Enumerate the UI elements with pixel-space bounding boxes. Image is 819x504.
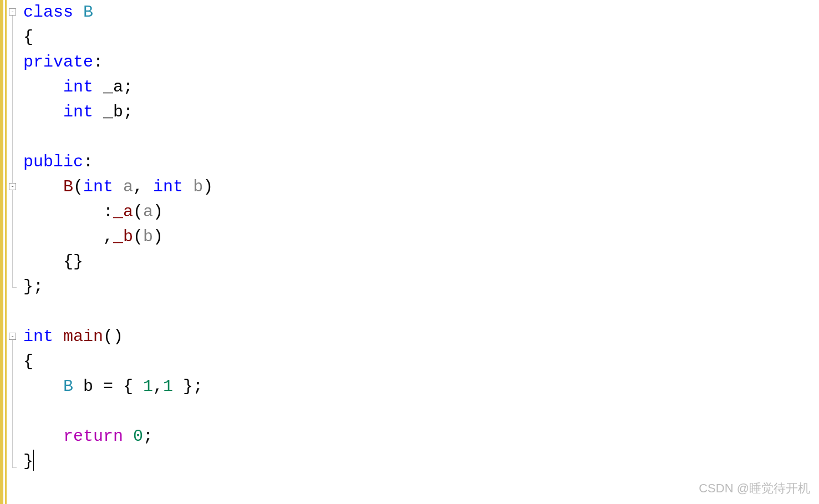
code-line[interactable]: int main() [23,324,819,349]
var-decl: _a; [93,78,133,96]
semicolon: ; [143,427,153,446]
text-cursor [33,450,34,471]
indent [23,78,63,96]
paren: ( [73,177,83,196]
space [123,427,133,446]
keyword-return: return [63,427,123,446]
space [183,177,193,196]
braces: {} [63,252,83,271]
keyword-int: int [153,177,183,196]
code-line[interactable]: class B [23,0,819,25]
indent [23,377,63,396]
code-line[interactable]: B(int a, int b) [23,175,819,200]
param: a [123,177,133,196]
fold-line-class [12,16,13,287]
gutter-highlight-1 [0,0,3,504]
paren: ( [133,202,143,221]
param: b [193,177,203,196]
code-line[interactable]: public: [23,150,819,175]
paren: ) [153,227,163,246]
fold-toggle-main[interactable]: - [9,333,16,340]
code-line[interactable]: :_a(a) [23,200,819,225]
brace-semi: }; [23,277,43,296]
fold-toggle-class[interactable]: - [9,8,16,16]
paren: ) [153,202,163,221]
indent [23,177,63,196]
parens: () [103,327,123,346]
fold-end-class [12,287,17,288]
code-line[interactable]: { [23,25,819,50]
keyword-private: private [23,53,93,72]
brace: { [23,28,33,47]
code-line-blank[interactable] [23,299,819,324]
indent: , [23,227,113,246]
number: 1 [143,377,153,396]
code-line[interactable]: int _a; [23,75,819,100]
code-line[interactable]: { [23,349,819,374]
code-line[interactable]: return 0; [23,424,819,449]
brace: { [23,352,33,371]
brace: } [23,452,33,471]
code-line[interactable]: B b = { 1,1 }; [23,374,819,399]
code-line-blank[interactable] [23,399,819,424]
decl-end: }; [173,377,203,396]
space [53,327,63,346]
keyword-int: int [63,103,93,121]
indent: : [23,202,113,221]
keyword-int: int [83,177,113,196]
member: _a [113,202,133,221]
code-area[interactable]: class B { private: int _a; int _b; publi… [20,0,819,504]
decl: b = { [73,377,143,396]
code-line-blank[interactable] [23,125,819,150]
fold-toggle-ctor[interactable]: - [9,183,16,190]
fold-column: - - - [7,0,20,504]
type-name: B [73,3,93,22]
var-decl: _b; [93,103,133,121]
paren: ) [203,177,213,196]
type-name: B [63,377,73,396]
indent [23,252,63,271]
code-editor[interactable]: - - - class B { private: int _a; int _b;… [0,0,819,504]
param: b [143,227,153,246]
code-line[interactable]: {} [23,250,819,274]
fold-line-main [12,340,13,467]
code-line[interactable]: ,_b(b) [23,225,819,250]
indent [23,427,63,446]
keyword-int: int [63,78,93,96]
keyword-int: int [23,327,53,346]
member: _b [113,227,133,246]
code-line[interactable]: int _b; [23,100,819,125]
code-line[interactable]: private: [23,50,819,75]
code-line[interactable]: } [23,449,819,474]
keyword-class: class [23,3,73,22]
param: a [143,202,153,221]
comma: , [153,377,163,396]
main-fn: main [63,327,103,346]
colon: : [83,152,93,171]
indent [23,103,63,121]
comma: , [133,177,153,196]
space [113,177,123,196]
number: 0 [133,427,143,446]
code-line[interactable]: }; [23,274,819,299]
keyword-public: public [23,152,83,171]
number: 1 [163,377,173,396]
fold-end-main [12,467,17,468]
colon: : [93,53,103,72]
paren: ( [133,227,143,246]
ctor-name: B [63,177,73,196]
